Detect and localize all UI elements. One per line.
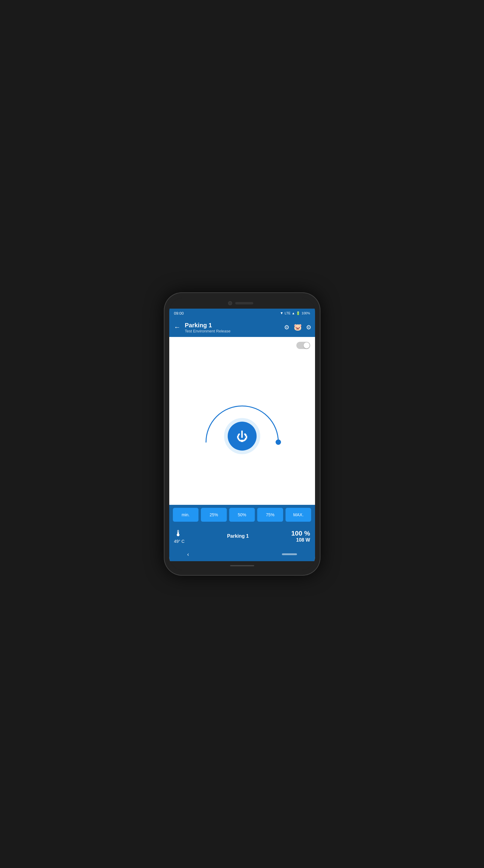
main-content: ⏻ min. 25% 50% 75% MAX. 🌡 49° C [169,337,315,561]
btn-max[interactable]: MAX. [286,508,312,522]
power-toggle[interactable] [296,342,310,349]
home-indicator [230,565,254,566]
info-right: 100 % 108 W [291,530,310,543]
lte-label: LTE [285,311,290,315]
info-left: 🌡 49° C [174,528,185,544]
power-percent: 100 % [291,530,310,537]
back-button[interactable]: ← [173,322,182,333]
phone-bottom-bar [169,561,315,570]
dial-svg: ⏻ [197,383,287,459]
nav-pill [282,553,297,555]
toggle-area [296,342,310,349]
phone-top-bar [169,298,315,309]
btn-50[interactable]: 50% [229,508,255,522]
power-watt: 108 W [296,537,310,543]
app-bar-actions: ⚙ 🐷 ⚙ [284,323,312,331]
earpiece-speaker [235,302,253,304]
dial-container: ⏻ [197,383,287,459]
bottom-nav: ‹ [169,547,315,561]
device-name-label: Parking 1 [185,533,291,539]
temperature-display: 49° C [174,539,185,544]
wifi-icon: ▼ [280,311,283,315]
info-panel: 🌡 49° C Parking 1 100 % 108 W [169,525,315,547]
status-bar: 09:00 ▼ LTE ▲ 🔋 100% [169,309,315,318]
percent-buttons-row: min. 25% 50% 75% MAX. [169,505,315,525]
toggle-thumb [303,342,310,348]
dial-area: ⏻ [169,337,315,505]
screen-title: Parking 1 [185,321,281,329]
settings-icon[interactable]: ⚙ [306,324,312,331]
status-time: 09:00 [174,311,184,315]
battery-icon: 🔋 [296,311,300,315]
battery-label: 100% [301,311,310,315]
btn-25[interactable]: 25% [201,508,227,522]
phone-screen: 09:00 ▼ LTE ▲ 🔋 100% ← Parking 1 Test En… [169,298,315,570]
front-camera [228,301,232,305]
filter-icon[interactable]: ⚙ [284,324,289,331]
nav-back-button[interactable]: ‹ [187,551,189,558]
svg-text:⏻: ⏻ [236,430,248,443]
btn-min[interactable]: min. [173,508,199,522]
screen-subtitle: Test Environment Release [185,329,281,333]
phone-device: 09:00 ▼ LTE ▲ 🔋 100% ← Parking 1 Test En… [164,292,320,576]
svg-point-0 [276,439,281,445]
status-icons: ▼ LTE ▲ 🔋 100% [280,311,310,315]
piggybank-icon[interactable]: 🐷 [294,323,302,331]
thermo-row: 🌡 [174,528,183,538]
app-bar-title: Parking 1 Test Environment Release [185,321,281,333]
btn-75[interactable]: 75% [257,508,283,522]
thermometer-icon: 🌡 [174,528,183,538]
app-bar: ← Parking 1 Test Environment Release ⚙ 🐷… [169,318,315,337]
signal-icon: ▲ [292,311,295,315]
